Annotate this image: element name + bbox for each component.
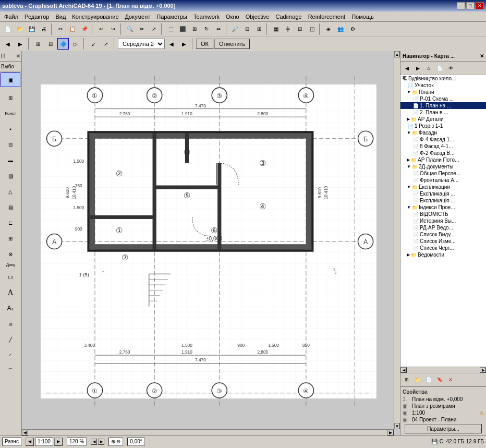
- redo-button[interactable]: ↪: [107, 23, 119, 35]
- grid-button[interactable]: ⊞: [253, 23, 265, 35]
- menu-view[interactable]: Вид: [52, 13, 69, 21]
- status-zoom-prev[interactable]: ◀: [91, 439, 97, 445]
- dim-tool[interactable]: 1.2: [1, 270, 20, 284]
- v-scrollbar[interactable]: ▲ ▼: [394, 51, 400, 429]
- tree-item[interactable]: ▼📁Експликации: [400, 184, 486, 190]
- zoom-in-button[interactable]: 🔎: [229, 23, 241, 35]
- object-tool[interactable]: ⊗: [1, 247, 20, 261]
- paste-button[interactable]: 📌: [79, 23, 90, 35]
- scroll-thumb[interactable]: [394, 57, 400, 423]
- nav-delete-btn[interactable]: ✕: [445, 374, 456, 385]
- status-zoom-next[interactable]: ▶: [98, 439, 104, 445]
- nav-doc-btn[interactable]: 📄: [434, 63, 445, 74]
- snap-btn[interactable]: ⊞: [32, 38, 44, 50]
- menu-file[interactable]: Файл: [1, 13, 21, 21]
- h-scroll-right[interactable]: ▶: [480, 367, 486, 373]
- label-tool[interactable]: Конст: [1, 106, 20, 120]
- nav-forward-btn[interactable]: ▶: [412, 63, 423, 74]
- nav-home-btn[interactable]: ⌂: [423, 63, 434, 74]
- 3d-button[interactable]: ▦: [270, 23, 282, 35]
- tree-item[interactable]: 📄Експликація ...: [400, 197, 486, 204]
- h-scroll-track[interactable]: [407, 367, 480, 373]
- scroll-h-thumb[interactable]: [28, 430, 387, 435]
- options-btn[interactable]: ⚙: [347, 23, 358, 35]
- open-button[interactable]: 📂: [14, 23, 26, 35]
- tree-item[interactable]: 📄2. План в ...: [400, 109, 486, 116]
- stretch-button[interactable]: ⬛: [177, 23, 188, 35]
- tree-item[interactable]: 📄Общая Перспе...: [400, 170, 486, 177]
- tree-item[interactable]: ▼📁Індекси Прое...: [400, 204, 486, 211]
- navigator-close[interactable]: ✕: [480, 53, 484, 59]
- slab-tool[interactable]: ▨: [1, 168, 20, 183]
- stair-tool[interactable]: ▤: [1, 200, 20, 214]
- zoom-window-tool[interactable]: ⊞: [1, 90, 20, 105]
- tree-item[interactable]: 📄Список Черт...: [400, 245, 486, 251]
- nav-icon1-btn[interactable]: ⊞: [402, 374, 412, 385]
- tree-item[interactable]: 📄Експликація ...: [400, 190, 486, 197]
- tree-item[interactable]: 📄Р-01 Схема ...: [400, 95, 486, 102]
- next-btn[interactable]: ▶: [178, 38, 190, 50]
- undo-button[interactable]: ↩: [95, 23, 107, 35]
- column-tool[interactable]: ⊟: [1, 137, 20, 152]
- tree-item[interactable]: 📄Список Изме...: [400, 238, 486, 245]
- section-button[interactable]: ╪: [282, 23, 294, 35]
- tree-item[interactable]: ▼📁3Д-документы: [400, 163, 486, 170]
- tree-item[interactable]: 📄Список Виду...: [400, 231, 486, 238]
- nav-icon3-btn[interactable]: 📄: [423, 374, 434, 385]
- scroll-right-btn[interactable]: ▶: [387, 430, 394, 435]
- nav-view-btn[interactable]: 👁: [445, 63, 456, 74]
- window-tool[interactable]: ⊞: [1, 231, 20, 246]
- drawing-area[interactable]: ① ② ③ ④ ① ② ③ ④ Б А Б А: [22, 51, 400, 435]
- select-tool[interactable]: ▣: [1, 72, 20, 87]
- scroll-up-btn[interactable]: ▲: [394, 51, 400, 57]
- h-scrollbar[interactable]: ◀ ▶: [22, 429, 394, 435]
- line-tool[interactable]: ╱: [1, 332, 20, 347]
- tree-item[interactable]: ▶📁Ведомости: [400, 251, 486, 258]
- snap3-btn[interactable]: ↗: [100, 38, 112, 50]
- menu-document[interactable]: Документ: [122, 13, 154, 21]
- menu-editor[interactable]: Редактор: [21, 13, 52, 21]
- tree-item[interactable]: ▶📁АР Плани Пото...: [400, 156, 486, 163]
- tree-item[interactable]: 📄Ф-2 Фасад В...: [400, 150, 486, 156]
- tree-item[interactable]: ▼📁Плани: [400, 89, 486, 95]
- tool2-btn[interactable]: ▷: [70, 38, 81, 50]
- nav-icon2-btn[interactable]: 📁: [412, 374, 423, 385]
- cut-button[interactable]: ✂: [55, 23, 66, 35]
- move-button[interactable]: ⊞: [189, 23, 200, 35]
- mirror-button[interactable]: ⇔: [213, 23, 224, 35]
- roof-tool[interactable]: △: [1, 184, 20, 199]
- tree-item[interactable]: 📄Ф-4 Фасад 1...: [400, 136, 486, 143]
- pencil-button[interactable]: ✏: [136, 23, 148, 35]
- menu-help[interactable]: Помощь: [348, 13, 377, 21]
- find-button[interactable]: 🔍: [124, 23, 136, 35]
- tree-item[interactable]: 📄Фронтальна А...: [400, 177, 486, 184]
- door-tool[interactable]: ⊏: [1, 215, 20, 230]
- tree-item[interactable]: ▼📁Фасади: [400, 129, 486, 136]
- tree-item[interactable]: 📄1. План на ...: [400, 102, 486, 109]
- cancel-button[interactable]: Отменить: [214, 39, 250, 49]
- tree-item[interactable]: 📄РД-АР Ведо...: [400, 224, 486, 231]
- scroll-down-btn[interactable]: ▼: [394, 423, 400, 429]
- tree-item[interactable]: 📄Историия Вы...: [400, 217, 486, 224]
- arrow-left-btn[interactable]: ◀: [2, 38, 14, 50]
- menu-reinforcement[interactable]: Reinforcement: [305, 13, 349, 21]
- detail-button[interactable]: ◫: [306, 23, 318, 35]
- nav-icon4-btn[interactable]: 🔖: [434, 374, 445, 385]
- maximize-button[interactable]: □: [466, 2, 475, 9]
- snap2-btn[interactable]: ↙: [88, 38, 99, 50]
- save-button[interactable]: 💾: [26, 23, 38, 35]
- rotate-button[interactable]: ↻: [201, 23, 212, 35]
- status-next-btn[interactable]: ▶: [54, 438, 63, 446]
- ok-button[interactable]: ОК: [196, 39, 213, 49]
- wall-tool[interactable]: ▪: [1, 122, 20, 136]
- text-tool[interactable]: A: [1, 285, 20, 300]
- zoom-icon2[interactable]: ⊖: [116, 439, 120, 444]
- pointer-button[interactable]: ↗: [148, 23, 160, 35]
- close-button[interactable]: ✕: [476, 2, 484, 9]
- render-button[interactable]: ◈: [323, 23, 334, 35]
- menu-params[interactable]: Параметры: [153, 13, 190, 21]
- tree-item[interactable]: 🏗Будівництво жило...: [400, 75, 486, 82]
- label2-tool[interactable]: A₁: [1, 301, 20, 316]
- active-tool-btn[interactable]: 🔷: [57, 38, 69, 50]
- tree-item[interactable]: 📄ВІДОМІСТЬ: [400, 211, 486, 217]
